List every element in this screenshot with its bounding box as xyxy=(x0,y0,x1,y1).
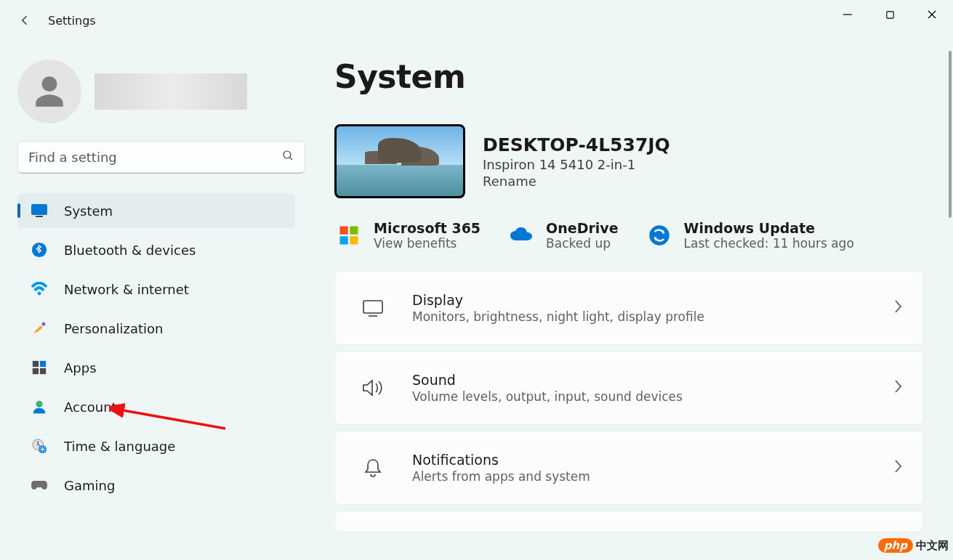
watermark-brand: php xyxy=(878,538,913,553)
card-notifications[interactable]: Notifications Alerts from apps and syste… xyxy=(334,431,924,505)
sidebar-item-label: Network & internet xyxy=(64,282,189,297)
status-onedrive[interactable]: OneDrive Backed up xyxy=(507,220,619,251)
sidebar-item-apps[interactable]: Apps xyxy=(17,350,295,385)
svg-point-8 xyxy=(32,243,47,257)
status-title: OneDrive xyxy=(546,220,619,236)
svg-rect-23 xyxy=(363,301,382,313)
watermark-text: 中文网 xyxy=(916,539,949,553)
maximize-button[interactable] xyxy=(869,0,911,29)
sidebar-item-gaming[interactable]: Gaming xyxy=(17,468,295,503)
device-name: DESKTOP-4L537JQ xyxy=(483,134,670,155)
svg-rect-13 xyxy=(33,368,39,374)
search-icon xyxy=(281,149,294,165)
chevron-right-icon xyxy=(893,378,903,397)
minimize-button[interactable] xyxy=(827,0,869,29)
sidebar-item-personalization[interactable]: Personalization xyxy=(17,311,295,346)
main-content: System DESKTOP-4L537JQ Inspiron 14 5410 … xyxy=(334,52,946,560)
svg-rect-21 xyxy=(350,236,358,244)
status-sub: Backed up xyxy=(546,236,619,251)
card-display[interactable]: Display Monitors, brightness, night ligh… xyxy=(334,271,924,345)
card-title: Display xyxy=(412,292,893,308)
sidebar-item-label: Bluetooth & devices xyxy=(64,243,196,258)
back-button[interactable] xyxy=(9,4,41,36)
minimize-icon xyxy=(843,9,853,20)
person-icon xyxy=(31,73,68,110)
wifi-icon xyxy=(31,280,48,298)
sidebar-item-label: Personalization xyxy=(64,321,163,336)
device-rename-link[interactable]: Rename xyxy=(483,174,670,189)
status-row: Microsoft 365 View benefits OneDrive Bac… xyxy=(334,220,924,251)
sidebar-item-network[interactable]: Network & internet xyxy=(17,272,295,307)
scrollbar-thumb[interactable] xyxy=(949,51,952,218)
svg-point-4 xyxy=(284,151,291,158)
sidebar-item-label: Accounts xyxy=(64,399,124,415)
card-partial-next[interactable] xyxy=(334,511,924,532)
sidebar-item-label: System xyxy=(64,203,113,219)
card-title: Notifications xyxy=(412,452,893,468)
bluetooth-icon xyxy=(31,241,48,259)
status-title: Microsoft 365 xyxy=(374,220,480,236)
account-block[interactable] xyxy=(17,60,295,123)
svg-rect-14 xyxy=(40,368,46,374)
sidebar-item-accounts[interactable]: Accounts xyxy=(17,389,295,424)
page-title: System xyxy=(334,58,924,95)
speaker-icon xyxy=(355,378,390,397)
status-sub: View benefits xyxy=(374,236,480,251)
chevron-right-icon xyxy=(893,299,903,317)
svg-rect-7 xyxy=(36,216,43,217)
status-windows-update[interactable]: Windows Update Last checked: 11 hours ag… xyxy=(645,220,854,251)
status-m365[interactable]: Microsoft 365 View benefits xyxy=(334,220,480,251)
svg-rect-1 xyxy=(886,11,893,17)
svg-rect-12 xyxy=(40,361,46,367)
arrow-left-icon xyxy=(17,13,32,28)
apps-icon xyxy=(31,359,48,376)
card-sound[interactable]: Sound Volume levels, output, input, soun… xyxy=(334,351,924,425)
search-input[interactable] xyxy=(18,150,305,165)
device-model: Inspiron 14 5410 2-in-1 xyxy=(483,157,670,172)
avatar xyxy=(17,60,81,123)
card-sub: Alerts from apps and system xyxy=(412,469,893,484)
device-wallpaper-thumbnail[interactable] xyxy=(334,124,465,198)
person-head-icon xyxy=(31,398,48,415)
status-sub: Last checked: 11 hours ago xyxy=(684,236,854,251)
svg-point-22 xyxy=(649,225,669,245)
svg-rect-20 xyxy=(340,236,348,244)
sidebar-item-system[interactable]: System xyxy=(17,193,295,228)
svg-rect-6 xyxy=(31,204,47,215)
account-name-redacted xyxy=(95,73,247,110)
watermark: php 中文网 xyxy=(878,538,949,553)
window-controls xyxy=(827,0,953,29)
status-title: Windows Update xyxy=(684,220,854,236)
close-button[interactable] xyxy=(911,0,953,29)
paintbrush-icon xyxy=(31,320,48,337)
sidebar-item-label: Apps xyxy=(64,360,97,376)
close-icon xyxy=(927,9,937,20)
monitor-outline-icon xyxy=(355,299,390,317)
clock-globe-icon xyxy=(31,437,48,455)
card-title: Sound xyxy=(412,372,893,388)
chevron-right-icon xyxy=(893,458,903,477)
device-summary: DESKTOP-4L537JQ Inspiron 14 5410 2-in-1 … xyxy=(334,124,924,198)
card-sub: Monitors, brightness, night light, displ… xyxy=(412,309,893,324)
display-icon xyxy=(31,202,48,219)
sidebar-item-label: Time & language xyxy=(64,439,175,454)
maximize-icon xyxy=(885,10,895,20)
sidebar-item-label: Gaming xyxy=(64,478,115,493)
sync-icon xyxy=(645,221,674,250)
svg-rect-19 xyxy=(350,227,358,235)
sidebar-item-bluetooth[interactable]: Bluetooth & devices xyxy=(17,232,295,267)
settings-cards: Display Monitors, brightness, night ligh… xyxy=(334,271,924,532)
window-title: Settings xyxy=(48,14,96,28)
gamepad-icon xyxy=(31,476,48,494)
svg-line-5 xyxy=(289,157,292,160)
bell-icon xyxy=(355,458,390,478)
onedrive-icon xyxy=(507,221,536,250)
microsoft365-icon xyxy=(334,221,363,250)
svg-rect-11 xyxy=(33,361,39,367)
sidebar-item-time-language[interactable]: Time & language xyxy=(17,429,295,463)
titlebar: Settings xyxy=(0,0,953,41)
svg-point-15 xyxy=(36,401,42,407)
device-info: DESKTOP-4L537JQ Inspiron 14 5410 2-in-1 … xyxy=(483,134,670,189)
search-box[interactable] xyxy=(17,141,305,173)
card-sub: Volume levels, output, input, sound devi… xyxy=(412,389,893,404)
